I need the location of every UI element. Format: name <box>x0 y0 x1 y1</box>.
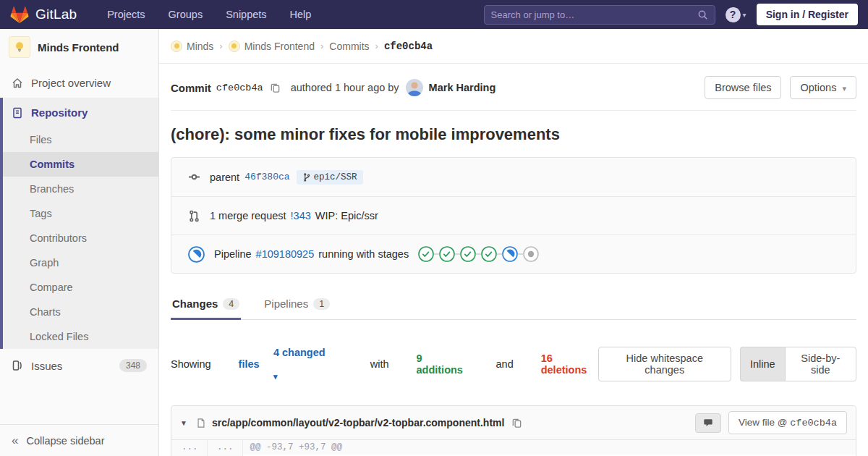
nav-snippets[interactable]: Snippets <box>226 9 266 20</box>
collapse-diff-icon[interactable]: ▼ <box>180 419 187 427</box>
collapse-sidebar-button[interactable]: « Collapse sidebar <box>0 424 158 456</box>
collapse-label: Collapse sidebar <box>26 435 104 447</box>
sidebar-item-compare[interactable]: Compare <box>3 275 158 300</box>
merge-request-icon <box>188 210 200 222</box>
brand-wordmark: GitLab <box>35 7 77 22</box>
stage-running-icon[interactable] <box>502 246 518 262</box>
sign-in-button[interactable]: Sign in / Register <box>757 4 858 25</box>
pipeline-mini-graph <box>418 246 539 262</box>
breadcrumb-separator: › <box>219 41 222 51</box>
hunk-header-text: @@ -93,7 +93,7 @@ <box>242 440 856 455</box>
hide-whitespace-button[interactable]: Hide whitespace changes <box>598 347 731 381</box>
breadcrumb-label: Minds <box>187 41 213 52</box>
comment-file-button[interactable] <box>695 413 721 433</box>
pipelines-count-badge: 1 <box>313 298 330 310</box>
sidebar-item-commits[interactable]: Commits <box>3 152 158 177</box>
chevron-down-icon: ▾ <box>743 11 746 19</box>
mr-link[interactable]: !343 <box>291 210 311 221</box>
sidebar-item-project-overview[interactable]: Project overview <box>0 68 158 98</box>
commit-label: Commit <box>171 82 211 94</box>
tab-pipelines[interactable]: Pipelines 1 <box>263 291 331 319</box>
and-label: and <box>496 358 514 370</box>
diff-hunk-row: ... ... @@ -93,7 +93,7 @@ <box>171 440 856 455</box>
copy-file-path-icon[interactable] <box>511 418 522 428</box>
parent-commit-row: parent 46f380ca epic/SSR <box>171 158 856 196</box>
sidebar-item-tags[interactable]: Tags <box>3 201 158 226</box>
inline-view-button[interactable]: Inline <box>740 347 785 381</box>
gitlab-logo[interactable]: GitLab <box>10 6 77 24</box>
sidebar-item-repository[interactable]: Repository <box>3 98 158 127</box>
stage-success-icon[interactable] <box>439 246 455 262</box>
author-name[interactable]: Mark Harding <box>429 82 496 93</box>
tab-changes[interactable]: Changes 4 <box>171 291 241 319</box>
commit-icon <box>188 171 200 183</box>
changes-count-badge: 4 <box>223 298 239 310</box>
old-line-number: ... <box>171 440 207 455</box>
diff-summary-row: Showing 4 changed files ▾ with 9 additio… <box>171 335 856 393</box>
breadcrumb-separator: › <box>375 41 378 51</box>
global-search[interactable] <box>484 5 715 25</box>
nav-projects[interactable]: Projects <box>107 9 145 20</box>
breadcrumb-item-commits[interactable]: Commits <box>329 41 369 52</box>
stage-created-icon[interactable] <box>523 246 539 262</box>
commit-title: (chore): some minor fixes for mobile imp… <box>171 125 856 144</box>
nav-help[interactable]: Help <box>290 9 312 20</box>
changed-files-dropdown[interactable]: 4 changed files ▾ <box>239 335 343 393</box>
parent-sha-link[interactable]: 46f380ca <box>244 172 289 182</box>
sidebar-item-files[interactable]: Files <box>3 127 158 152</box>
project-context-header[interactable]: Minds Frontend <box>0 29 158 68</box>
browse-files-button[interactable]: Browse files <box>705 76 781 99</box>
search-input[interactable] <box>491 9 697 20</box>
sidebar-item-branches[interactable]: Branches <box>3 177 158 201</box>
pipeline-running-icon <box>188 246 205 263</box>
project-avatar-small <box>229 41 240 52</box>
view-file-button[interactable]: View file @ cfe0cb4a <box>728 411 847 434</box>
commit-tabs: Changes 4 Pipelines 1 <box>171 291 856 320</box>
sidebar-item-label: Repository <box>31 106 88 119</box>
additions-count: 9 additions <box>416 352 468 376</box>
sidebar-item-graph[interactable]: Graph <box>3 250 158 275</box>
nav-groups[interactable]: Groups <box>169 9 203 20</box>
copy-commit-sha-icon[interactable] <box>270 83 281 93</box>
merge-request-row: 1 merge request !343 WIP: Epic/ssr <box>171 196 856 235</box>
sidebar-item-charts[interactable]: Charts <box>3 300 158 324</box>
with-label: with <box>370 358 389 370</box>
stage-success-icon[interactable] <box>460 246 476 262</box>
changed-files-label: 4 changed files <box>239 347 328 370</box>
issues-count-badge: 348 <box>119 359 147 372</box>
breadcrumb-item-minds-frontend[interactable]: Minds Frontend <box>229 41 315 52</box>
sidebar-item-label: Project overview <box>31 77 111 89</box>
pipeline-label: Pipeline <box>214 248 252 260</box>
project-avatar <box>9 36 30 58</box>
author-avatar[interactable] <box>406 79 423 96</box>
authored-text: authored 1 hour ago by <box>291 82 399 93</box>
breadcrumb: Minds › Minds Frontend › Commits › cfe0c… <box>159 29 868 64</box>
help-menu[interactable]: ? ▾ <box>726 7 746 22</box>
side-by-side-view-button[interactable]: Side-by-side <box>785 347 856 381</box>
stage-success-icon[interactable] <box>418 246 434 262</box>
document-icon <box>12 107 23 119</box>
project-name: Minds Frontend <box>38 41 119 54</box>
chevron-down-icon: ▾ <box>842 84 846 93</box>
file-icon <box>196 418 206 428</box>
collapse-icon: « <box>12 434 18 447</box>
diff-file-path[interactable]: src/app/common/layout/v2-topbar/v2-topba… <box>212 417 505 428</box>
sidebar-item-issues[interactable]: Issues 348 <box>0 349 158 382</box>
breadcrumb-label: Minds Frontend <box>244 41 315 52</box>
pipeline-status-text: running with stages <box>318 248 409 260</box>
top-navbar: GitLab Projects Groups Snippets Help ? ▾… <box>0 0 868 29</box>
ref-badge[interactable]: epic/SSR <box>297 170 363 185</box>
stage-success-icon[interactable] <box>481 246 497 262</box>
sidebar-item-locked-files[interactable]: Locked Files <box>3 324 158 349</box>
help-icon: ? <box>726 7 741 22</box>
pipeline-link[interactable]: #109180925 <box>256 248 315 260</box>
options-label: Options <box>800 82 836 93</box>
sidebar-item-contributors[interactable]: Contributors <box>3 226 158 250</box>
mr-count-text: 1 merge request <box>210 210 286 221</box>
view-file-sha: cfe0cb4a <box>790 418 837 428</box>
options-dropdown-button[interactable]: Options ▾ <box>790 76 856 99</box>
search-icon[interactable] <box>697 9 708 20</box>
breadcrumb-current-sha: cfe0cb4a <box>384 41 433 52</box>
breadcrumb-item-minds[interactable]: Minds <box>171 41 213 52</box>
breadcrumb-separator: › <box>320 41 323 51</box>
